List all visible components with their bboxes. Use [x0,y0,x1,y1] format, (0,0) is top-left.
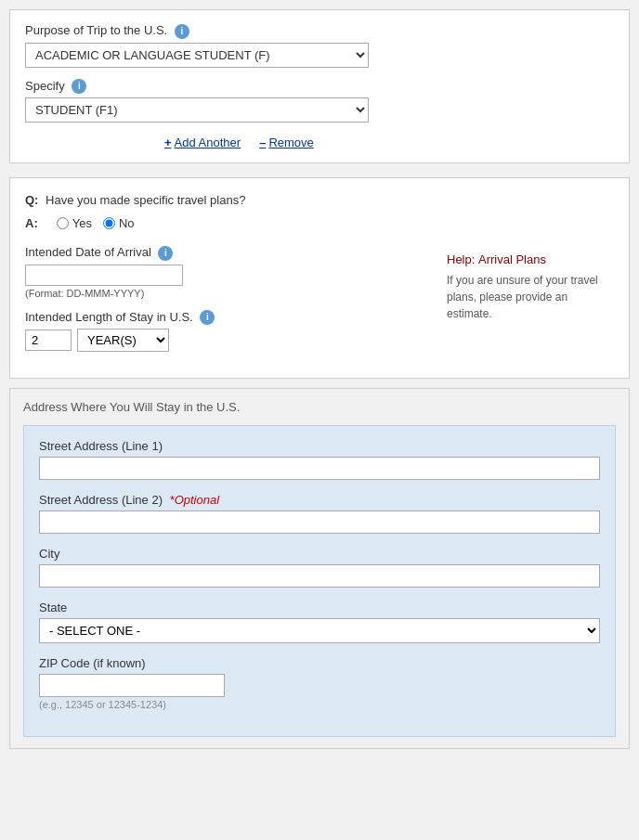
street2-label-text: Street Address (Line 2) [39,493,163,507]
purpose-select[interactable]: ACADEMIC OR LANGUAGE STUDENT (F) [25,43,369,68]
zip-input[interactable] [39,674,225,697]
no-option[interactable]: No [103,216,135,230]
radio-group: Yes No [57,216,135,230]
zip-hint: (e.g., 12345 or 12345-1234) [39,699,600,710]
question-row: Q: Have you made specific travel plans? [25,193,614,207]
help-title-topic: Arrival Plans [478,252,546,266]
street1-label: Street Address (Line 1) [39,439,600,453]
help-box: Help: Arrival Plans If you are unsure of… [437,245,614,330]
yes-option[interactable]: Yes [57,216,92,230]
city-field: City [39,547,600,588]
date-format-hint: (Format: DD-MMM-YYYY) [25,288,419,299]
zip-field: ZIP Code (if known) (e.g., 12345 or 1234… [39,656,600,710]
street2-label: Street Address (Line 2) *Optional [39,493,600,507]
page-wrapper: Purpose of Trip to the U.S. i ACADEMIC O… [0,0,639,840]
street1-label-text: Street Address (Line 1) [39,439,163,453]
stay-unit-select[interactable]: YEAR(S) MONTH(S) DAY(S) [77,329,169,352]
address-section: Address Where You Will Stay in the U.S. … [9,388,630,749]
no-label: No [119,216,135,230]
specify-select[interactable]: STUDENT (F1) [25,97,369,123]
arrival-main-col: Intended Date of Arrival i (Format: DD-M… [25,245,419,363]
arrival-date-label: Intended Date of Arrival i [25,245,419,261]
yes-radio[interactable] [57,217,69,229]
specify-label-text: Specify [25,79,65,93]
stay-input-row: YEAR(S) MONTH(S) DAY(S) [25,329,419,352]
street1-field: Street Address (Line 1) [39,439,600,480]
stay-length-group: Intended Length of Stay in U.S. i YEAR(S… [25,310,419,353]
purpose-field-group: Purpose of Trip to the U.S. i ACADEMIC O… [25,23,614,68]
answer-row: A: Yes No [25,216,614,230]
arrival-date-group: Intended Date of Arrival i (Format: DD-M… [25,245,419,299]
specify-field-group: Specify i STUDENT (F1) [25,79,614,123]
purpose-label: Purpose of Trip to the U.S. i [25,23,614,39]
city-input[interactable] [39,564,600,588]
add-another-button[interactable]: +Add Another [164,136,241,149]
remove-label: Remove [268,136,313,149]
city-label: City [39,547,600,561]
state-select[interactable]: - SELECT ONE - [39,618,600,643]
arrival-date-label-text: Intended Date of Arrival [25,245,151,259]
stay-label: Intended Length of Stay in U.S. i [25,310,419,326]
street2-optional: *Optional [170,493,219,507]
help-title-label: Help: [447,252,475,266]
address-box: Street Address (Line 1) Street Address (… [23,425,616,737]
stay-label-text: Intended Length of Stay in U.S. [25,310,193,324]
street1-input[interactable] [39,457,600,480]
help-title: Help: Arrival Plans [447,252,605,266]
arrival-row: Intended Date of Arrival i (Format: DD-M… [25,245,614,363]
purpose-section: Purpose of Trip to the U.S. i ACADEMIC O… [9,9,630,163]
purpose-info-icon[interactable]: i [175,24,189,39]
address-title: Address Where You Will Stay in the U.S. [23,400,616,414]
answer-label: A: [25,216,38,230]
state-label: State [39,601,600,614]
help-body: If you are unsure of your travel plans, … [447,272,605,322]
question-text: Have you made specific travel plans? [46,193,245,207]
no-radio[interactable] [103,217,115,229]
stay-number-input[interactable] [25,330,72,351]
street2-input[interactable] [39,510,600,534]
zip-label: ZIP Code (if known) [39,656,600,670]
add-another-label: Add Another [175,136,241,149]
arrival-info-icon[interactable]: i [158,246,173,261]
yes-label: Yes [72,216,92,230]
minus-icon: – [259,136,266,149]
specify-label: Specify i [25,79,614,95]
specify-info-icon[interactable]: i [72,79,86,94]
help-col: Help: Arrival Plans If you are unsure of… [437,245,614,330]
stay-info-icon[interactable]: i [200,310,215,325]
arrival-date-input[interactable] [25,265,183,286]
question-label: Q: [25,193,38,207]
purpose-label-text: Purpose of Trip to the U.S. [25,23,167,37]
state-field: State - SELECT ONE - [39,601,600,643]
remove-button[interactable]: –Remove [259,136,314,149]
action-row: +Add Another –Remove [25,136,614,149]
street2-field: Street Address (Line 2) *Optional [39,493,600,534]
plus-icon: + [164,136,172,149]
travel-plans-section: Q: Have you made specific travel plans? … [9,177,630,379]
